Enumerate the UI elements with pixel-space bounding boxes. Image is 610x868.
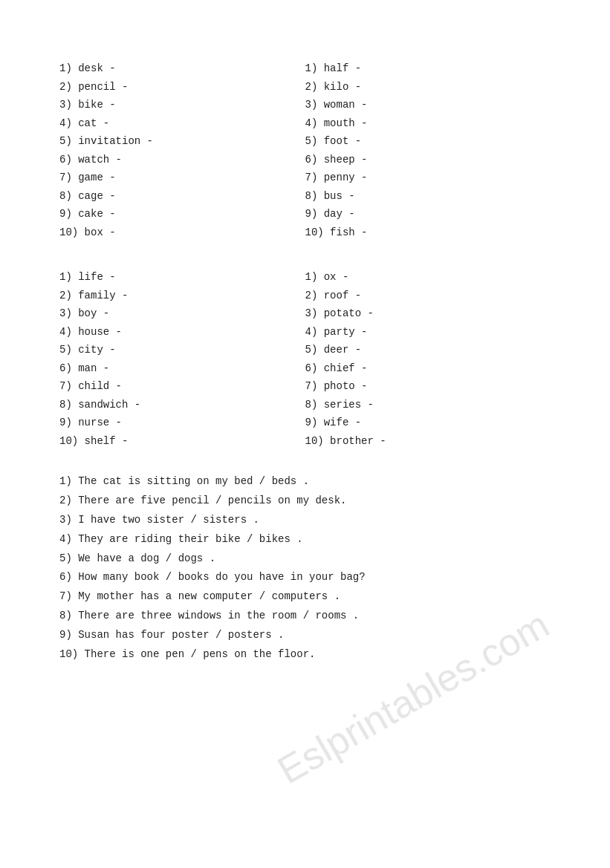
list-item: 4) house - <box>59 323 305 342</box>
list-item: 7) penny - <box>305 169 551 187</box>
sentence-item: 7) My mother has a new computer / comput… <box>59 587 551 607</box>
list-item: 3) potato - <box>305 304 551 323</box>
list-item: 9) day - <box>305 205 551 223</box>
sentence-item: 2) There are five pencil / pencils on my… <box>59 492 551 511</box>
list-item: 7) game - <box>59 169 305 187</box>
sentence-item: 6) How many book / books do you have in … <box>59 568 551 587</box>
list-item: 2) roof - <box>305 287 551 305</box>
list-item: 6) watch - <box>59 151 305 169</box>
list-item: 5) invitation - <box>59 132 305 151</box>
list-item: 3) woman - <box>305 96 551 114</box>
list-item: 1) life - <box>59 268 305 287</box>
list-item: 3) boy - <box>59 304 305 323</box>
sentence-item: 4) They are riding their bike / bikes . <box>59 530 551 549</box>
list-item: 9) wife - <box>305 414 551 432</box>
list-item: 5) deer - <box>305 341 551 359</box>
section1-left-col: 1) desk -2) pencil -3) bike -4) cat -5) … <box>59 59 305 241</box>
list-item: 5) foot - <box>305 132 551 151</box>
sentence-item: 1) The cat is sitting on my bed / beds . <box>59 472 551 492</box>
list-item: 9) nurse - <box>59 414 305 432</box>
list-item: 6) chief - <box>305 359 551 378</box>
list-item: 2) pencil - <box>59 78 305 97</box>
sentence-item: 5) We have a dog / dogs . <box>59 549 551 569</box>
list-item: 4) cat - <box>59 114 305 133</box>
list-item: 6) man - <box>59 359 305 378</box>
sentence-item: 9) Susan has four poster / posters . <box>59 626 551 645</box>
list-item: 8) sandwich - <box>59 396 305 414</box>
list-item: 6) sheep - <box>305 151 551 169</box>
section2-left-col: 1) life -2) family -3) boy -4) house -5)… <box>59 268 305 450</box>
list-item: 2) family - <box>59 287 305 305</box>
sentence-item: 3) I have two sister / sisters . <box>59 511 551 530</box>
list-item: 7) photo - <box>305 377 551 396</box>
list-item: 8) cage - <box>59 187 305 206</box>
list-item: 5) city - <box>59 341 305 359</box>
section1-right-col: 1) half -2) kilo -3) woman -4) mouth -5)… <box>305 59 551 241</box>
list-item: 1) desk - <box>59 59 305 78</box>
list-item: 10) box - <box>59 223 305 242</box>
list-item: 9) cake - <box>59 205 305 223</box>
list-item: 10) fish - <box>305 223 551 242</box>
list-item: 10) brother - <box>305 432 551 451</box>
list-item: 8) series - <box>305 396 551 414</box>
sentence-item: 10) There is one pen / pens on the floor… <box>59 645 551 665</box>
list-item: 8) bus - <box>305 187 551 206</box>
section2-right-col: 1) ox -2) roof -3) potato -4) party -5) … <box>305 268 551 450</box>
list-item: 4) mouth - <box>305 114 551 133</box>
list-item: 10) shelf - <box>59 432 305 451</box>
list-item: 4) party - <box>305 323 551 342</box>
list-item: 3) bike - <box>59 96 305 114</box>
list-item: 7) child - <box>59 377 305 396</box>
sentence-item: 8) There are three windows in the room /… <box>59 607 551 626</box>
sentences-section: 1) The cat is sitting on my bed / beds .… <box>59 472 551 665</box>
list-item: 1) half - <box>305 59 551 78</box>
section2: 1) life -2) family -3) boy -4) house -5)… <box>59 268 551 450</box>
section1: 1) desk -2) pencil -3) bike -4) cat -5) … <box>59 59 551 241</box>
list-item: 1) ox - <box>305 268 551 287</box>
list-item: 2) kilo - <box>305 78 551 97</box>
